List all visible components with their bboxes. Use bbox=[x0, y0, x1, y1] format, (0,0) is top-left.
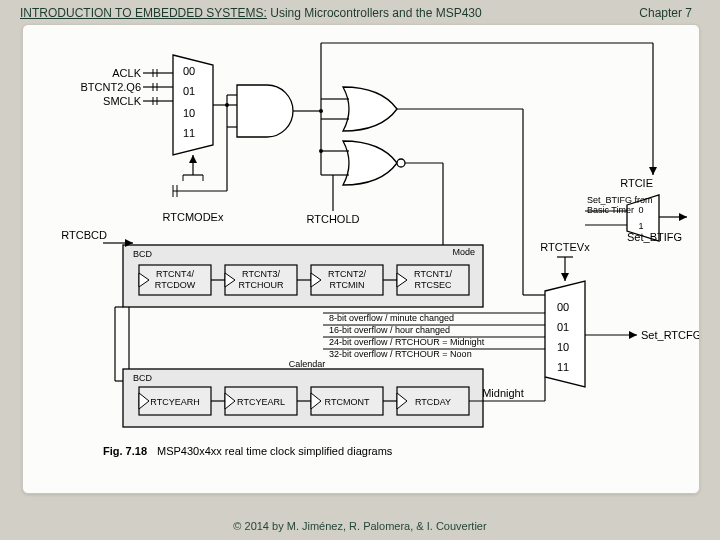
svg-text:RTCNT2/: RTCNT2/ bbox=[328, 269, 366, 279]
svg-text:01: 01 bbox=[183, 85, 195, 97]
svg-text:RTCHOUR: RTCHOUR bbox=[239, 280, 284, 290]
svg-text:RTCYEARL: RTCYEARL bbox=[237, 397, 285, 407]
rtcie-label: RTCIE bbox=[620, 177, 653, 189]
svg-text:RTCNT4/: RTCNT4/ bbox=[156, 269, 194, 279]
svg-marker-15 bbox=[189, 155, 197, 163]
rtcyearh-chip: RTCYEARH bbox=[139, 387, 211, 415]
setrtcfg-label: Set_RTCFG bbox=[641, 329, 699, 341]
svg-text:16-bit overflow / hour changed: 16-bit overflow / hour changed bbox=[329, 325, 450, 335]
svg-marker-107 bbox=[561, 273, 569, 281]
svg-text:RTCNT1/: RTCNT1/ bbox=[414, 269, 452, 279]
clock-mux: 00 01 10 11 bbox=[173, 55, 213, 155]
svg-text:RTCMIN: RTCMIN bbox=[330, 280, 365, 290]
svg-point-33 bbox=[397, 159, 405, 167]
svg-text:RTCSEC: RTCSEC bbox=[415, 280, 452, 290]
rtcbcd-label: RTCBCD bbox=[61, 229, 107, 241]
chapter-label: Chapter 7 bbox=[639, 6, 692, 20]
diagram-svg: 00 01 10 11 ACLK BTCNT2.Q6 SMCLK bbox=[23, 25, 699, 493]
setbtifg-label: Set_BTIFG bbox=[627, 231, 682, 243]
svg-text:11: 11 bbox=[557, 361, 569, 373]
aclk-label: ACLK bbox=[112, 67, 141, 79]
figure-card: 00 01 10 11 ACLK BTCNT2.Q6 SMCLK bbox=[22, 24, 700, 494]
svg-point-39 bbox=[319, 149, 323, 153]
rtcnt2-chip: RTCNT2/ RTCMIN bbox=[311, 265, 383, 295]
svg-marker-105 bbox=[629, 331, 637, 339]
or-gate bbox=[343, 87, 397, 131]
rtcmont-chip: RTCMONT bbox=[311, 387, 383, 415]
rtchold-label: RTCHOLD bbox=[307, 213, 360, 225]
svg-text:Calendar: Calendar bbox=[289, 359, 326, 369]
svg-text:00: 00 bbox=[183, 65, 195, 77]
svg-point-26 bbox=[225, 103, 229, 107]
rtctevx-label: RTCTEVx bbox=[540, 241, 590, 253]
rtcnt3-chip: RTCNT3/ RTCHOUR bbox=[225, 265, 297, 295]
rtcnt4-chip: RTCNT4/ RTCDOW bbox=[139, 265, 211, 295]
btcnt2-label: BTCNT2.Q6 bbox=[80, 81, 141, 93]
svg-marker-32 bbox=[649, 167, 657, 175]
copyright: © 2014 by M. Jiménez, R. Palomera, & I. … bbox=[0, 520, 720, 532]
rtcnt1-chip: RTCNT1/ RTCSEC bbox=[397, 265, 469, 295]
svg-text:0: 0 bbox=[638, 205, 643, 215]
svg-text:10: 10 bbox=[183, 107, 195, 119]
svg-text:BCD: BCD bbox=[133, 249, 153, 259]
svg-text:RTCDOW: RTCDOW bbox=[155, 280, 196, 290]
svg-text:8-bit overflow / minute change: 8-bit overflow / minute changed bbox=[329, 313, 454, 323]
svg-text:1: 1 bbox=[638, 221, 643, 231]
svg-text:32-bit overflow / RTCHOUR = No: 32-bit overflow / RTCHOUR = Noon bbox=[329, 349, 472, 359]
svg-text:Mode: Mode bbox=[452, 247, 475, 257]
svg-text:BCD: BCD bbox=[133, 373, 153, 383]
svg-text:Basic Timer: Basic Timer bbox=[587, 205, 634, 215]
rtcday-chip: RTCDAY bbox=[397, 387, 469, 415]
svg-text:Set_BTIFG from: Set_BTIFG from bbox=[587, 195, 653, 205]
svg-text:11: 11 bbox=[183, 127, 195, 139]
smclk-label: SMCLK bbox=[103, 95, 142, 107]
rtcmodex-label: RTCMODEx bbox=[163, 211, 224, 223]
rtctev-mux: 00 01 10 11 bbox=[545, 281, 585, 387]
svg-text:RTCDAY: RTCDAY bbox=[415, 397, 451, 407]
midnight-label: Midnight bbox=[482, 387, 524, 399]
svg-text:RTCNT3/: RTCNT3/ bbox=[242, 269, 280, 279]
svg-text:10: 10 bbox=[557, 341, 569, 353]
nor-gate bbox=[343, 141, 405, 185]
svg-marker-115 bbox=[679, 213, 687, 221]
svg-text:RTCYEARH: RTCYEARH bbox=[150, 397, 199, 407]
svg-text:00: 00 bbox=[557, 301, 569, 313]
rtcyearl-chip: RTCYEARL bbox=[225, 387, 297, 415]
overflow-notes: 8-bit overflow / minute changed 16-bit o… bbox=[323, 313, 545, 359]
fig-text: MSP430x4xx real time clock simplified di… bbox=[157, 445, 393, 457]
svg-text:24-bit overflow / RTCHOUR = Mi: 24-bit overflow / RTCHOUR = Midnight bbox=[329, 337, 485, 347]
svg-text:RTCMONT: RTCMONT bbox=[325, 397, 370, 407]
svg-text:01: 01 bbox=[557, 321, 569, 333]
fig-num: Fig. 7.18 bbox=[103, 445, 147, 457]
book-title: INTRODUCTION TO EMBEDDED SYSTEMS: Using … bbox=[20, 6, 482, 20]
and-gate bbox=[237, 85, 293, 137]
